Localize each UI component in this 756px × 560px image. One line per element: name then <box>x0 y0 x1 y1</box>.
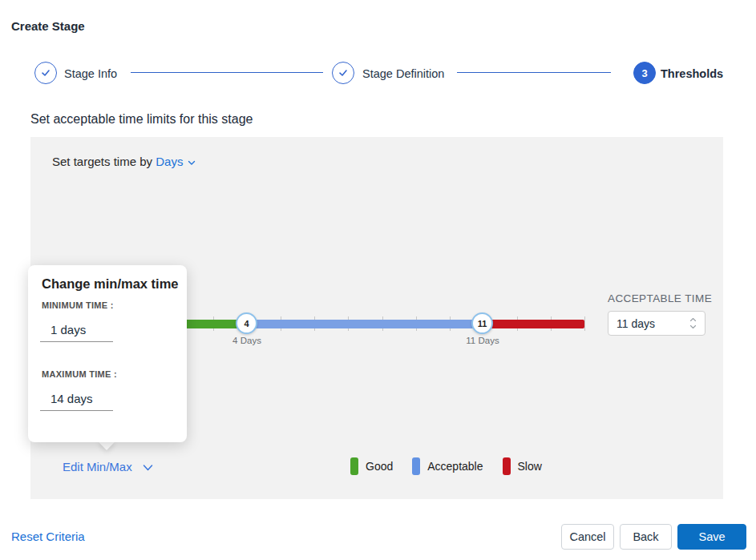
good-swatch <box>350 457 358 475</box>
chevron-up-icon[interactable] <box>689 317 697 322</box>
slider-segment-acceptable[interactable] <box>247 320 483 328</box>
minimum-time-input[interactable]: 1 days <box>40 320 113 342</box>
stepper-connector-1 <box>131 72 323 73</box>
target-unit-dropdown[interactable]: Days <box>156 155 183 168</box>
slider-segment-slow[interactable] <box>483 320 584 328</box>
edit-minmax-label: Edit Min/Max <box>63 460 132 473</box>
page-title: Create Stage <box>11 19 85 33</box>
step2-label: Stage Definition <box>362 67 444 80</box>
stepper-connector-2 <box>457 72 611 73</box>
legend-label-slow: Slow <box>518 460 542 473</box>
create-stage-page: Create Stage Stage Info Stage Definition… <box>0 0 756 560</box>
step1-label: Stage Info <box>64 67 117 80</box>
legend-item-slow: Slow <box>503 457 542 475</box>
handle-min-label: 4 Days <box>219 336 275 345</box>
reset-criteria-link[interactable]: Reset Criteria <box>11 530 85 543</box>
legend: Good Acceptable Slow <box>350 457 561 475</box>
back-button[interactable]: Back <box>620 524 672 550</box>
step3-number-circle: 3 <box>633 62 656 84</box>
step3-label: Thresholds <box>661 67 723 80</box>
chevron-down-icon[interactable] <box>142 461 154 475</box>
check-icon <box>338 67 349 79</box>
target-prefix-text: Set targets time by <box>52 155 152 168</box>
handle-max-value: 11 <box>478 319 487 328</box>
slider-handle-min[interactable]: 4 <box>236 312 257 334</box>
stepper-arrows[interactable] <box>689 317 697 329</box>
slow-swatch <box>503 457 511 475</box>
save-button[interactable]: Save <box>677 524 746 550</box>
step1-check-circle[interactable] <box>34 62 57 84</box>
acceptable-time-label: ACCEPTABLE TIME <box>608 292 712 304</box>
check-icon <box>40 67 51 79</box>
handle-max-label: 11 Days <box>455 336 511 345</box>
acceptable-time-value: 11 days <box>617 317 689 330</box>
maximum-time-input[interactable]: 14 days <box>40 389 113 411</box>
popover-title: Change min/max time <box>42 276 179 292</box>
minmax-popover: Change min/max time MINIMUM TIME : 1 day… <box>28 265 187 442</box>
legend-label-good: Good <box>366 460 393 473</box>
handle-min-value: 4 <box>244 319 249 328</box>
chevron-down-icon[interactable] <box>689 324 697 329</box>
step3-number: 3 <box>641 67 647 79</box>
step2-check-circle[interactable] <box>332 62 354 84</box>
slider-tick <box>584 316 585 331</box>
legend-item-acceptable: Acceptable <box>412 457 483 475</box>
cancel-button[interactable]: Cancel <box>561 524 614 550</box>
minimum-time-label: MINIMUM TIME : <box>42 300 114 310</box>
maximum-time-label: MAXIMUM TIME : <box>42 369 117 379</box>
acceptable-swatch <box>412 457 420 475</box>
chevron-down-icon[interactable] <box>187 156 196 170</box>
section-heading: Set acceptable time limits for this stag… <box>30 112 253 127</box>
edit-minmax-link[interactable]: Edit Min/Max <box>63 460 154 475</box>
target-time-row: Set targets time by Days <box>52 155 196 170</box>
slider-handle-max[interactable]: 11 <box>471 312 493 334</box>
acceptable-time-input[interactable]: 11 days <box>608 311 705 336</box>
legend-item-good: Good <box>350 457 393 475</box>
legend-label-acceptable: Acceptable <box>427 460 483 473</box>
